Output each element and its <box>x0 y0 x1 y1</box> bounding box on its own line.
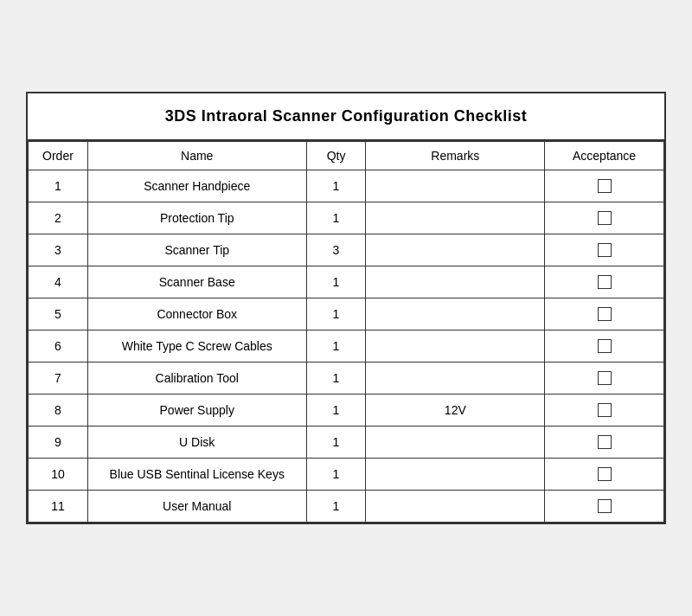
cell-acceptance <box>545 170 664 202</box>
cell-remarks <box>366 170 545 202</box>
cell-name: Blue USB Sentinal License Keys <box>87 459 306 491</box>
cell-order: 11 <box>29 491 88 523</box>
cell-remarks <box>366 330 545 363</box>
checkbox[interactable] <box>598 371 612 385</box>
cell-name: Connector Box <box>87 298 306 330</box>
cell-order: 6 <box>29 330 88 363</box>
cell-remarks <box>366 491 545 523</box>
cell-name: Power Supply <box>87 395 306 427</box>
cell-order: 2 <box>29 202 88 234</box>
cell-remarks <box>366 298 545 330</box>
cell-acceptance <box>545 298 664 330</box>
cell-acceptance <box>545 330 664 363</box>
table-row: 8Power Supply112V <box>29 395 664 427</box>
checkbox[interactable] <box>598 403 612 417</box>
table-row: 9U Disk1 <box>29 427 664 459</box>
cell-remarks <box>366 427 545 459</box>
cell-order: 1 <box>29 170 88 202</box>
cell-qty: 1 <box>306 266 366 298</box>
table-row: 10Blue USB Sentinal License Keys1 <box>29 459 664 491</box>
table-row: 6White Type C Screw Cables1 <box>29 330 664 363</box>
checkbox[interactable] <box>598 499 612 513</box>
checkbox[interactable] <box>598 467 612 481</box>
cell-remarks <box>366 202 545 234</box>
checkbox[interactable] <box>598 243 612 257</box>
header-acceptance: Acceptance <box>545 142 664 170</box>
cell-remarks <box>366 459 545 491</box>
cell-acceptance <box>545 427 664 459</box>
cell-order: 10 <box>29 459 88 491</box>
header-order: Order <box>29 142 88 170</box>
table-header-row: Order Name Qty Remarks Acceptance <box>29 142 664 170</box>
checklist-table: Order Name Qty Remarks Acceptance 1Scann… <box>28 141 664 523</box>
cell-qty: 1 <box>306 427 366 459</box>
cell-name: Calibration Tool <box>87 363 306 395</box>
cell-name: U Disk <box>87 427 306 459</box>
cell-acceptance <box>545 395 664 427</box>
cell-order: 9 <box>29 427 88 459</box>
cell-order: 3 <box>29 234 88 266</box>
cell-qty: 1 <box>306 459 366 491</box>
header-qty: Qty <box>306 142 366 170</box>
cell-acceptance <box>545 266 664 298</box>
cell-name: Scanner Base <box>87 266 306 298</box>
cell-order: 7 <box>29 363 88 395</box>
header-name: Name <box>87 142 306 170</box>
checkbox[interactable] <box>598 435 612 449</box>
cell-name: Scanner Tip <box>87 234 306 266</box>
cell-name: User Manual <box>87 491 306 523</box>
cell-remarks <box>366 234 545 266</box>
checkbox[interactable] <box>598 179 612 193</box>
cell-order: 5 <box>29 298 88 330</box>
cell-name: White Type C Screw Cables <box>87 330 306 363</box>
cell-remarks: 12V <box>366 395 545 427</box>
cell-qty: 1 <box>306 330 366 363</box>
cell-remarks <box>366 266 545 298</box>
cell-order: 4 <box>29 266 88 298</box>
header-remarks: Remarks <box>366 142 545 170</box>
table-row: 7Calibration Tool1 <box>29 363 664 395</box>
cell-acceptance <box>545 491 664 523</box>
cell-qty: 1 <box>306 363 366 395</box>
checklist-title: 3DS Intraoral Scanner Configuration Chec… <box>28 93 664 141</box>
cell-name: Scanner Handpiece <box>87 170 306 202</box>
cell-acceptance <box>545 202 664 234</box>
checkbox[interactable] <box>598 275 612 289</box>
table-row: 3Scanner Tip3 <box>29 234 664 266</box>
table-row: 5Connector Box1 <box>29 298 664 330</box>
cell-order: 8 <box>29 395 88 427</box>
cell-acceptance <box>545 363 664 395</box>
cell-qty: 3 <box>306 234 366 266</box>
cell-acceptance <box>545 234 664 266</box>
cell-remarks <box>366 363 545 395</box>
cell-qty: 1 <box>306 298 366 330</box>
table-row: 11User Manual1 <box>29 491 664 523</box>
table-row: 1Scanner Handpiece1 <box>29 170 664 202</box>
cell-qty: 1 <box>306 395 366 427</box>
checkbox[interactable] <box>598 307 612 321</box>
cell-qty: 1 <box>306 202 366 234</box>
checkbox[interactable] <box>598 339 612 353</box>
table-row: 4Scanner Base1 <box>29 266 664 298</box>
cell-qty: 1 <box>306 491 366 523</box>
cell-qty: 1 <box>306 170 366 202</box>
checklist-container: 3DS Intraoral Scanner Configuration Chec… <box>26 92 666 524</box>
checkbox[interactable] <box>598 211 612 225</box>
cell-name: Protection Tip <box>87 202 306 234</box>
table-row: 2Protection Tip1 <box>29 202 664 234</box>
cell-acceptance <box>545 459 664 491</box>
